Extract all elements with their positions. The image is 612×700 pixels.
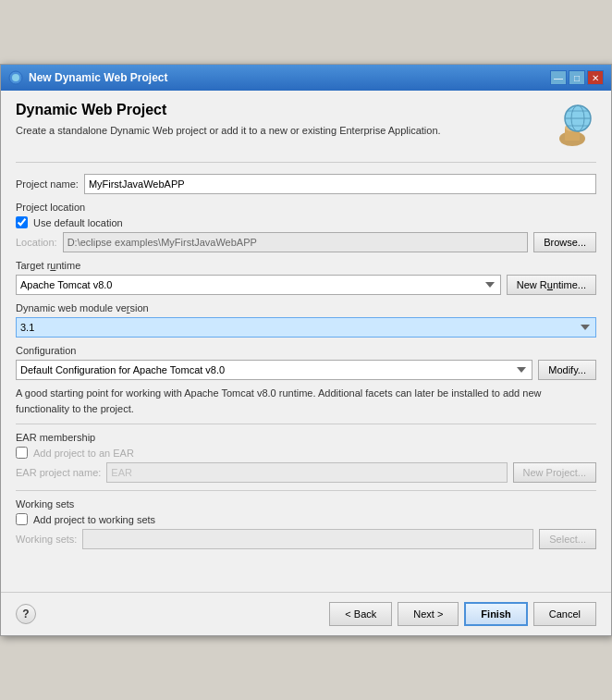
configuration-description: A good starting point for working with A… [16, 386, 596, 416]
spacer [1, 555, 611, 592]
web-module-version-select[interactable]: 3.1 3.0 2.5 [16, 317, 596, 338]
target-runtime-section: Target runtime Apache Tomcat v8.0 New Ru… [16, 260, 596, 295]
web-project-icon [548, 102, 596, 150]
ear-project-name-row: EAR project name: EAR New Project... [16, 462, 596, 483]
target-runtime-row: Apache Tomcat v8.0 New Runtime... [16, 275, 596, 295]
minimize-button[interactable]: — [550, 70, 567, 85]
next-button[interactable]: Next > [398, 602, 459, 626]
working-sets-select [82, 529, 533, 549]
add-to-working-sets-row: Add project to working sets [16, 513, 596, 525]
finish-button[interactable]: Finish [464, 602, 527, 626]
project-name-row: Project name: [16, 174, 596, 194]
ear-project-name-select: EAR [106, 462, 507, 483]
web-module-version-row: 3.1 3.0 2.5 [16, 317, 596, 338]
select-working-sets-button[interactable]: Select... [539, 529, 596, 549]
header-text: Dynamic Web Project Create a standalone … [16, 102, 441, 138]
working-sets-label: Working sets: [16, 534, 77, 545]
use-default-location-label: Use default location [33, 217, 123, 228]
maximize-button[interactable]: □ [569, 70, 585, 85]
configuration-row: Default Configuration for Apache Tomcat … [16, 360, 596, 380]
working-sets-row: Working sets: Select... [16, 529, 596, 549]
location-input [63, 232, 528, 252]
location-label: Location: [16, 237, 57, 248]
browse-button[interactable]: Browse... [533, 232, 596, 252]
use-default-location-checkbox[interactable] [16, 216, 28, 228]
close-button[interactable]: ✕ [587, 70, 604, 85]
svg-point-1 [12, 74, 19, 81]
title-bar-left: New Dynamic Web Project [8, 70, 168, 85]
header-icon [548, 102, 596, 153]
project-name-input[interactable] [84, 174, 596, 194]
project-name-label: Project name: [16, 178, 79, 190]
configuration-select[interactable]: Default Configuration for Apache Tomcat … [16, 360, 532, 380]
dialog-buttons: < Back Next > Finish Cancel [329, 602, 596, 626]
project-location-title: Project location [16, 202, 596, 213]
configuration-section: Configuration Default Configuration for … [16, 345, 596, 416]
new-project-button[interactable]: New Project... [513, 462, 596, 483]
add-to-working-sets-label: Add project to working sets [33, 514, 155, 525]
window-title: New Dynamic Web Project [29, 71, 168, 84]
target-runtime-title: Target runtime [16, 260, 596, 271]
use-default-location-row: Use default location [16, 216, 596, 228]
project-location-section: Project location Use default location Lo… [16, 202, 596, 252]
ear-membership-section: EAR membership Add project to an EAR EAR… [16, 424, 596, 483]
add-to-ear-label: Add project to an EAR [33, 448, 134, 459]
add-to-working-sets-checkbox[interactable] [16, 513, 28, 525]
configuration-title: Configuration [16, 345, 596, 356]
modify-button[interactable]: Modify... [538, 360, 596, 380]
back-button[interactable]: < Back [329, 602, 392, 626]
help-icon[interactable]: ? [16, 604, 36, 624]
window-icon [8, 70, 23, 85]
add-to-ear-checkbox[interactable] [16, 447, 28, 459]
location-row: Location: Browse... [16, 232, 596, 252]
working-sets-section: Working sets Add project to working sets… [16, 490, 596, 549]
title-bar-controls: — □ ✕ [550, 70, 604, 85]
dialog-title: Dynamic Web Project [16, 102, 441, 118]
web-module-version-section: Dynamic web module version 3.1 3.0 2.5 [16, 302, 596, 338]
dialog-window: New Dynamic Web Project — □ ✕ Dynamic We… [0, 64, 612, 636]
add-to-ear-row: Add project to an EAR [16, 447, 596, 459]
title-bar: New Dynamic Web Project — □ ✕ [1, 65, 611, 91]
target-runtime-select[interactable]: Apache Tomcat v8.0 [16, 275, 501, 295]
button-bar: ? < Back Next > Finish Cancel [1, 592, 611, 635]
new-runtime-button[interactable]: New Runtime... [507, 275, 596, 295]
dialog-header: Dynamic Web Project Create a standalone … [16, 102, 596, 163]
working-sets-title: Working sets [16, 498, 596, 510]
dialog-description: Create a standalone Dynamic Web project … [16, 124, 441, 138]
cancel-button[interactable]: Cancel [533, 602, 596, 626]
web-module-version-title: Dynamic web module version [16, 302, 596, 313]
ear-project-name-label: EAR project name: [16, 467, 101, 478]
ear-membership-title: EAR membership [16, 432, 596, 443]
